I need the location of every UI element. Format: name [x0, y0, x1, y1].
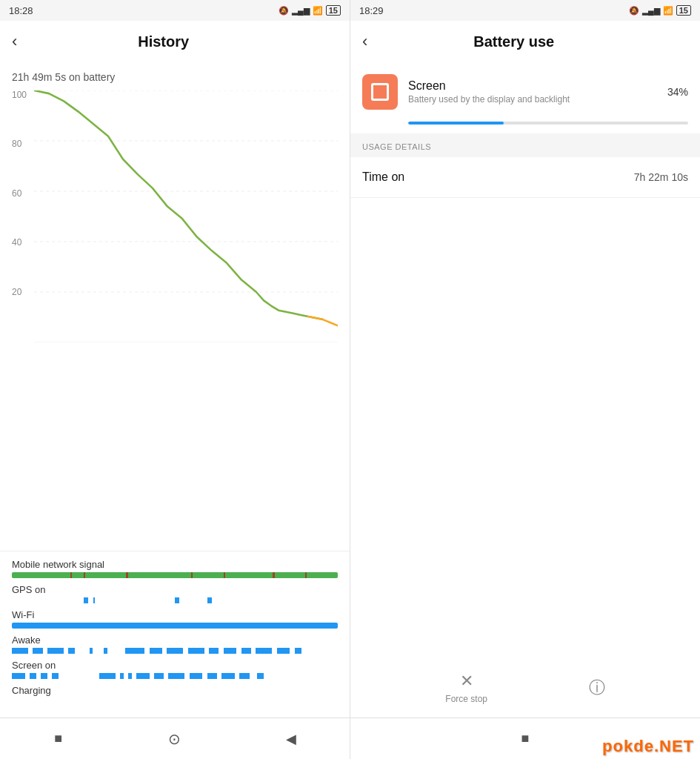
charging-label: Charging — [12, 685, 338, 696]
left-back-button[interactable]: ‹ — [12, 33, 17, 50]
y-label-80: 80 — [12, 139, 34, 148]
back-icon: ◀ — [286, 731, 296, 747]
left-nav-circle[interactable]: ⊙ — [163, 727, 187, 751]
awake-chunk-2 — [33, 648, 42, 654]
mobile-signal-label: Mobile network signal — [12, 559, 338, 570]
signal-mark-6 — [273, 572, 275, 578]
left-title: History — [29, 33, 298, 50]
square-icon: ■ — [54, 731, 62, 746]
watermark: pokde.NET — [581, 685, 700, 759]
left-status-bar: 18:28 🔕 ▂▄▆ 📶 15 — [0, 0, 350, 21]
left-panel: 18:28 🔕 ▂▄▆ 📶 15 ‹ History 21h 49m 5s on… — [0, 0, 350, 759]
gps-dot-3 — [175, 597, 179, 603]
usage-bar-fill — [408, 122, 504, 125]
home-icon: ⊙ — [168, 730, 181, 748]
wifi-label: Wi-Fi — [12, 609, 338, 620]
right-status-bar: 18:29 🔕 ▂▄▆ 📶 15 — [350, 0, 700, 21]
chart-svg-container — [34, 90, 338, 342]
awake-row: Awake — [12, 634, 338, 654]
y-label-40: 40 — [12, 238, 34, 247]
app-description: Battery used by the display and backligh… — [408, 94, 657, 105]
right-nav-square[interactable]: ■ — [513, 727, 537, 751]
battery-box-left: 15 — [326, 5, 341, 16]
signal-mark-2 — [84, 572, 85, 578]
awake-label: Awake — [12, 634, 338, 646]
app-icon — [362, 74, 398, 110]
gps-label: GPS on — [12, 584, 338, 595]
usage-bar-background — [408, 122, 688, 125]
wifi-icon: 📶 — [313, 6, 323, 16]
mobile-signal-fill — [12, 572, 338, 578]
signal-mark-7 — [305, 572, 307, 578]
signal-mark-5 — [224, 572, 225, 578]
screen-on-label: Screen on — [12, 660, 338, 671]
wifi-row: Wi-Fi — [12, 609, 338, 629]
left-nav-square[interactable]: ■ — [47, 727, 70, 751]
awake-gap-1 — [29, 648, 32, 654]
right-content: Screen Battery used by the display and b… — [350, 62, 700, 717]
left-bottom-nav: ■ ⊙ ◀ — [0, 717, 350, 759]
gps-dot-4 — [207, 597, 212, 603]
left-status-icons: 🔕 ▂▄▆ 📶 15 — [279, 5, 341, 16]
right-square-icon: ■ — [521, 731, 530, 746]
right-battery-icon: 15 — [676, 5, 691, 16]
left-header: ‹ History — [0, 21, 350, 62]
app-info-row: Screen Battery used by the display and b… — [350, 62, 700, 122]
force-stop-button[interactable]: ✕ Force stop — [445, 672, 487, 704]
right-status-icons: 🔕 ▂▄▆ 📶 15 — [629, 5, 691, 16]
signal-mark-1 — [70, 572, 72, 578]
mobile-signal-bar — [12, 572, 338, 578]
right-wifi-icon: 📶 — [663, 6, 673, 16]
screen-on-chunks — [12, 673, 338, 679]
watermark-text: pokde.NET — [596, 734, 700, 759]
right-header: ‹ Battery use — [350, 21, 700, 62]
right-back-button[interactable]: ‹ — [362, 33, 367, 50]
app-name: Screen — [408, 79, 657, 93]
gps-dot-2 — [93, 597, 95, 603]
chart-y-labels: 100 80 60 40 20 — [12, 90, 34, 342]
y-label-60: 60 — [12, 189, 34, 198]
awake-chunk-1 — [12, 648, 28, 654]
signal-mark-4 — [191, 572, 193, 578]
charging-bar-container — [12, 698, 338, 704]
charging-row: Charging — [12, 685, 338, 704]
signal-icon: ▂▄▆ — [292, 6, 310, 16]
gps-dots-container — [12, 597, 338, 603]
silent-icon: 🔕 — [279, 6, 289, 16]
app-percentage: 34% — [667, 86, 688, 98]
left-time: 18:28 — [9, 5, 33, 16]
right-signal-icon: ▂▄▆ — [642, 6, 660, 16]
signal-mark-3 — [126, 572, 128, 578]
mobile-signal-row: Mobile network signal — [12, 559, 338, 578]
battery-duration-label: 21h 49m 5s on battery — [12, 71, 338, 83]
gps-dot-1 — [84, 597, 88, 603]
screen-on-row: Screen on — [12, 660, 338, 679]
usage-details-header: USAGE DETAILS — [350, 133, 700, 157]
gps-row: GPS on — [12, 584, 338, 603]
battery-chart: 100 80 60 40 20 — [12, 90, 338, 342]
app-info-text: Screen Battery used by the display and b… — [408, 79, 657, 105]
usage-bar-row — [350, 122, 700, 133]
force-stop-x-icon: ✕ — [460, 672, 473, 691]
right-panel: 18:29 🔕 ▂▄▆ 📶 15 ‹ Battery use Screen Ba… — [350, 0, 700, 759]
awake-chunks — [12, 648, 338, 654]
right-silent-icon: 🔕 — [629, 6, 639, 16]
time-on-row: Time on 7h 22m 10s — [350, 157, 700, 198]
force-stop-label: Force stop — [445, 694, 487, 704]
right-time: 18:29 — [359, 5, 384, 16]
y-label-100: 100 — [12, 90, 34, 99]
app-icon-inner — [371, 83, 389, 101]
left-content: 21h 49m 5s on battery 100 80 60 40 20 — [0, 62, 350, 551]
signal-section: Mobile network signal GPS on — [0, 551, 350, 717]
wifi-bar-container — [12, 623, 338, 629]
y-label-20: 20 — [12, 288, 34, 296]
time-on-label: Time on — [362, 170, 404, 184]
left-nav-triangle[interactable]: ◀ — [279, 727, 303, 751]
wifi-bar-fill — [12, 623, 338, 629]
time-on-value: 7h 22m 10s — [634, 171, 688, 183]
right-title: Battery use — [379, 33, 648, 50]
